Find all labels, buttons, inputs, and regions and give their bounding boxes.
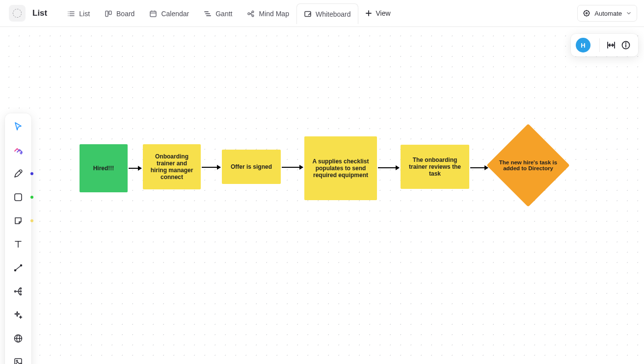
- tool-select[interactable]: [10, 119, 27, 134]
- tool-ai[interactable]: [10, 308, 27, 322]
- node-directory-label: The new hire's task is added to Director…: [496, 159, 560, 171]
- tool-task[interactable]: [10, 143, 27, 157]
- automate-label: Automate: [594, 10, 622, 17]
- page-icon[interactable]: [9, 5, 26, 22]
- branch-icon: [13, 286, 23, 296]
- node-offer-signed[interactable]: Offer is signed: [222, 150, 281, 184]
- list-icon: [67, 10, 75, 18]
- svg-rect-26: [15, 194, 22, 201]
- svg-rect-8: [150, 11, 156, 17]
- add-view-button[interactable]: View: [358, 3, 398, 24]
- tool-web[interactable]: [10, 331, 27, 346]
- automate-icon: [583, 9, 590, 17]
- info-icon: [621, 40, 631, 50]
- avatar[interactable]: H: [576, 38, 590, 52]
- svg-point-15: [248, 13, 250, 15]
- tab-calendar-label: Calendar: [161, 10, 189, 18]
- tool-branch[interactable]: [10, 284, 27, 299]
- svg-point-3: [68, 11, 69, 12]
- arrow-1[interactable]: [129, 168, 141, 169]
- separator: [599, 38, 600, 52]
- connector-icon: [13, 263, 23, 273]
- node-onboarding-connect[interactable]: Onboarding trainer and hiring manager co…: [143, 144, 201, 189]
- fit-width-button[interactable]: [604, 38, 618, 52]
- tab-gantt[interactable]: Gantt: [196, 3, 240, 24]
- node-hired-label: Hired!!!: [93, 165, 114, 172]
- tab-list[interactable]: List: [60, 3, 97, 24]
- svg-point-5: [68, 15, 69, 16]
- image-icon: [13, 357, 23, 364]
- arrow-2[interactable]: [202, 167, 220, 168]
- node-supplies-checklist[interactable]: A supplies checklist populates to send r…: [304, 136, 377, 200]
- node-offer-signed-label: Offer is signed: [231, 163, 272, 170]
- arrow-4[interactable]: [378, 167, 399, 168]
- shape-icon: [14, 193, 23, 202]
- automate-button[interactable]: Automate: [577, 5, 637, 22]
- svg-line-25: [19, 171, 21, 173]
- node-trainer-reviews[interactable]: The onboarding trainer reviews the task: [401, 145, 469, 189]
- svg-point-46: [626, 43, 626, 44]
- whiteboard-toolbar: [5, 113, 31, 364]
- tab-board-label: Board: [116, 10, 134, 18]
- tool-sticky[interactable]: [10, 213, 27, 228]
- task-icon: [13, 145, 24, 156]
- topbar: List List Board Calendar Gantt Mind Map …: [0, 0, 644, 27]
- svg-point-4: [68, 13, 69, 14]
- tool-shape[interactable]: [10, 190, 27, 205]
- node-supplies-checklist-label: A supplies checklist populates to send r…: [310, 158, 371, 179]
- board-icon: [105, 10, 112, 18]
- whiteboard-canvas[interactable]: H Hired!!! Onboarding trainer and hiring…: [0, 27, 644, 364]
- tab-calendar[interactable]: Calendar: [142, 3, 196, 24]
- page-title: List: [32, 8, 47, 18]
- svg-point-40: [16, 360, 18, 362]
- info-button[interactable]: [618, 38, 633, 52]
- shape-color-indicator: [30, 196, 33, 199]
- node-directory[interactable]: The new hire's task is added to Director…: [499, 136, 558, 195]
- svg-point-22: [586, 13, 588, 14]
- sparkle-icon: [13, 310, 23, 320]
- whiteboard-icon: [304, 10, 312, 18]
- tab-mindmap[interactable]: Mind Map: [240, 3, 296, 24]
- tab-list-label: List: [79, 10, 90, 18]
- tool-image[interactable]: [10, 355, 27, 364]
- pen-color-indicator: [30, 172, 33, 175]
- node-onboarding-connect-label: Onboarding trainer and hiring manager co…: [149, 153, 195, 181]
- svg-rect-7: [109, 11, 111, 14]
- fit-width-icon: [606, 40, 616, 50]
- tab-gantt-label: Gantt: [215, 10, 232, 18]
- sticky-color-indicator: [30, 219, 33, 222]
- view-tabs: List Board Calendar Gantt Mind Map White…: [60, 3, 397, 24]
- presence-panel: H: [571, 34, 638, 56]
- tab-mindmap-label: Mind Map: [259, 10, 289, 18]
- avatar-initial: H: [581, 42, 585, 49]
- globe-icon: [13, 334, 23, 343]
- add-view-label: View: [376, 9, 391, 17]
- dashed-circle-icon: [13, 9, 22, 18]
- cursor-icon: [13, 121, 24, 132]
- arrow-3[interactable]: [282, 167, 303, 168]
- sticky-icon: [14, 216, 23, 225]
- chevron-down-icon: [626, 10, 632, 16]
- tab-board[interactable]: Board: [97, 3, 142, 24]
- gantt-icon: [204, 10, 212, 18]
- node-trainer-reviews-label: The onboarding trainer reviews the task: [406, 156, 463, 177]
- mindmap-icon: [247, 10, 255, 18]
- calendar-icon: [149, 10, 157, 18]
- tool-text[interactable]: [10, 237, 27, 252]
- arrow-5[interactable]: [470, 167, 488, 168]
- tool-pen[interactable]: [10, 166, 27, 181]
- text-icon: [13, 239, 23, 249]
- tab-whiteboard-label: Whiteboard: [316, 10, 351, 18]
- tool-connector[interactable]: [10, 260, 27, 275]
- plus-icon: [365, 10, 372, 17]
- pen-icon: [13, 169, 23, 179]
- node-hired[interactable]: Hired!!!: [80, 144, 128, 192]
- svg-line-31: [16, 266, 21, 270]
- tab-whiteboard[interactable]: Whiteboard: [296, 3, 358, 24]
- svg-rect-6: [106, 11, 108, 16]
